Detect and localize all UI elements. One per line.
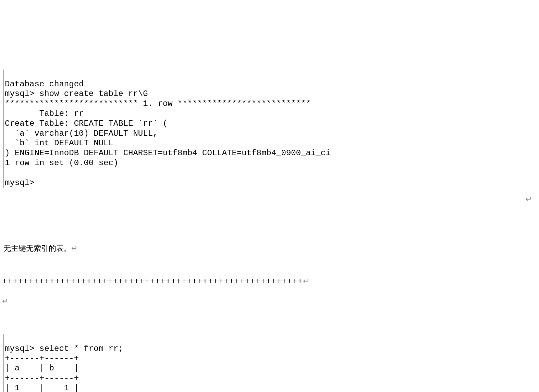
table-border-top: +------+------+ — [5, 354, 79, 363]
return-symbol-icon: ↵ — [303, 276, 310, 285]
engine-line: ) ENGINE=InnoDB DEFAULT CHARSET=utf8mb4 … — [5, 148, 331, 158]
row-separator: *************************** 1. row *****… — [5, 99, 311, 108]
plus-separator-line: ++++++++++++++++++++++++++++++++++++++++… — [2, 276, 539, 287]
table-header: | a | b | — [5, 364, 79, 373]
table-row: | 1 | 1 | — [5, 383, 79, 392]
return-symbol-icon: ↵ — [71, 244, 77, 253]
db-changed-line: Database changed — [5, 79, 84, 89]
select-command: mysql> select * from rr; — [5, 344, 123, 353]
terminal-output-block-1: Database changed mysql> show create tabl… — [3, 70, 539, 188]
column-a-def: `a` varchar(10) DEFAULT NULL, — [5, 129, 158, 138]
create-table-line: Create Table: CREATE TABLE `rr` ( — [5, 119, 168, 128]
table-name-line: Table: rr — [5, 109, 84, 118]
column-b-def: `b` int DEFAULT NULL — [5, 138, 113, 148]
plus-separator: ++++++++++++++++++++++++++++++++++++++++… — [2, 277, 303, 286]
comment-text-line: 无主键无索引的表。↵ — [3, 244, 539, 253]
show-create-command: mysql> show create table rr\G — [5, 89, 148, 98]
empty-return-line: ↵ — [2, 297, 539, 306]
comment-text: 无主键无索引的表。 — [3, 244, 71, 253]
table-border-mid: +------+------+ — [5, 373, 79, 383]
return-symbol-icon: ↵ — [525, 194, 532, 204]
mysql-prompt-1: mysql> — [5, 178, 34, 187]
rows-in-set-1: 1 row in set (0.00 sec) — [5, 158, 118, 168]
terminal-output-block-2: mysql> select * from rr; +------+------+… — [3, 334, 539, 392]
